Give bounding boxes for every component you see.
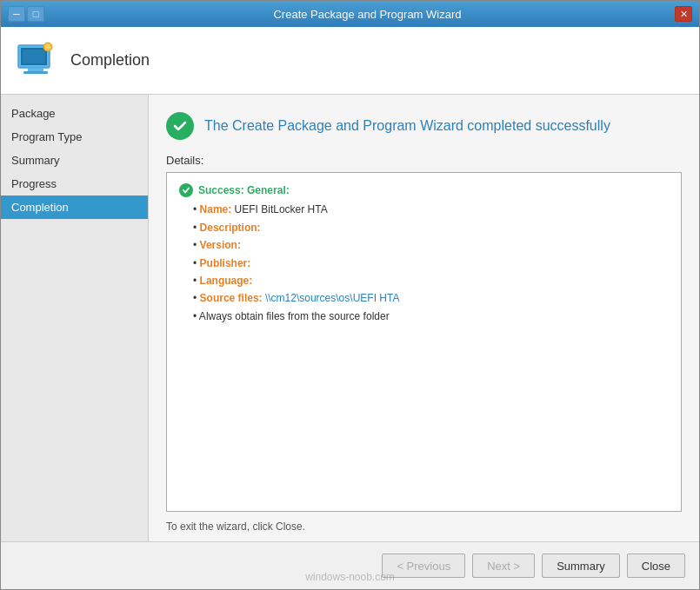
sidebar-item-program-type[interactable]: Program Type [1, 125, 148, 149]
details-bullet-name: • Name: UEFI BitLocker HTA [179, 201, 669, 218]
wizard-footer: < Previous Next > Summary Close [1, 541, 699, 589]
next-button[interactable]: Next > [472, 554, 535, 578]
wizard-body: Package Program Type Summary Progress Co… [1, 95, 699, 541]
wizard-header-icon [15, 40, 57, 82]
title-bar: ─ □ Create Package and Program Wizard ✕ [1, 1, 699, 27]
wizard-window: ─ □ Create Package and Program Wizard ✕ … [0, 0, 700, 590]
svg-point-6 [45, 44, 50, 50]
details-bullet-language: • Language: [179, 272, 669, 289]
details-bullet-always-obtain: • Always obtain files from the source fo… [179, 308, 669, 325]
small-checkmark-icon [182, 186, 190, 195]
exit-text: To exit the wizard, click Close. [166, 520, 682, 533]
details-bullet-version: • Version: [179, 236, 669, 254]
close-window-button[interactable]: ✕ [675, 6, 692, 22]
sidebar-item-summary[interactable]: Summary [1, 149, 148, 172]
window-title: Create Package and Program Wizard [60, 8, 675, 21]
close-button[interactable]: Close [627, 554, 685, 578]
sidebar-item-progress[interactable]: Progress [1, 172, 148, 196]
previous-button[interactable]: < Previous [382, 554, 465, 578]
details-label: Details: [166, 154, 682, 167]
wizard-header: Completion [1, 27, 699, 95]
sidebar-item-package[interactable]: Package [1, 102, 148, 125]
details-bullet-description: • Description: [179, 219, 669, 236]
sidebar-item-completion[interactable]: Completion [1, 196, 148, 219]
details-bullet-source: • Source files: \\cm12\sources\os\UEFI H… [179, 289, 669, 307]
success-icon [166, 112, 194, 140]
maximize-button[interactable]: □ [27, 6, 44, 22]
details-success-line: Success: General: [179, 182, 669, 199]
success-banner: The Create Package and Program Wizard co… [166, 112, 682, 140]
svg-rect-2 [28, 68, 43, 71]
svg-rect-4 [23, 50, 45, 63]
small-check-icon [179, 183, 193, 197]
details-box: Success: General: • Name: UEFI BitLocker… [166, 172, 682, 512]
success-message: The Create Package and Program Wizard co… [204, 118, 610, 134]
details-bullet-publisher: • Publisher: [179, 255, 669, 272]
wizard-header-title: Completion [70, 51, 150, 70]
checkmark-icon [172, 118, 188, 134]
wizard-right-pane: The Create Package and Program Wizard co… [149, 95, 699, 541]
wizard-sidebar: Package Program Type Summary Progress Co… [1, 95, 149, 541]
summary-button[interactable]: Summary [542, 554, 620, 578]
svg-rect-3 [23, 71, 48, 74]
minimize-button[interactable]: ─ [8, 6, 25, 22]
